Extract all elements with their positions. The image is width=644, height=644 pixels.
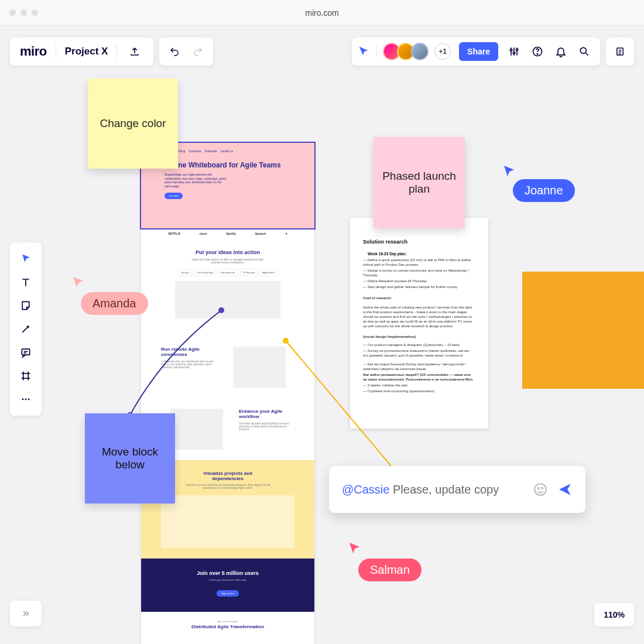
- image-placeholder: [175, 281, 280, 318]
- hand-image: [628, 285, 644, 361]
- doc-line: — Глубинки time-consuming (questionnaire…: [363, 389, 475, 393]
- comment-icon: [20, 347, 32, 358]
- doc-subheading: {visual design /implementation}: [363, 334, 475, 339]
- minimize-window-icon[interactable]: [20, 9, 27, 16]
- upload-icon: [129, 46, 140, 57]
- canvas[interactable]: miro Project X +1: [0, 26, 644, 644]
- export-button[interactable]: [126, 37, 143, 66]
- notifications-button[interactable]: [551, 37, 571, 66]
- chevron-double-right-icon: [20, 608, 31, 619]
- board-title[interactable]: Project X: [65, 46, 108, 57]
- svg-point-23: [25, 399, 27, 400]
- section-title: Distributed Agile Transformation: [161, 624, 294, 629]
- comment-text[interactable]: @Cassie Please, update copy: [342, 483, 533, 496]
- svg-point-35: [542, 488, 543, 489]
- image-placeholder: [161, 495, 294, 548]
- app-logo[interactable]: miro: [20, 44, 47, 59]
- divider: [56, 44, 56, 59]
- remote-cursor-label: Joanne: [513, 179, 575, 202]
- top-right-toolbar: +1 Share: [352, 37, 634, 66]
- doc-line: — Define a quick questionary (15 min) to…: [363, 258, 475, 267]
- divider: [376, 45, 377, 58]
- comment-input[interactable]: @Cassie Please, update copy: [329, 466, 585, 513]
- help-button[interactable]: [527, 37, 547, 66]
- doc-line: — Our product managers & designers (Ques…: [363, 342, 475, 347]
- website-artboard[interactable]: ProductPricingCustomersEnterpriseContact…: [141, 143, 314, 644]
- cta-title: Join over 5 million users: [161, 570, 294, 576]
- svg-point-22: [22, 399, 24, 400]
- redo-icon: [193, 46, 203, 57]
- section-footer-promo: Miro for Developers Distributed Agile Tr…: [141, 612, 314, 640]
- doc-subheading: Goal of research:: [363, 296, 475, 300]
- search-button[interactable]: [574, 37, 594, 66]
- svg-point-5: [516, 49, 518, 50]
- section-cta: Join over 5 million users Create your fr…: [141, 559, 314, 612]
- comment-tool[interactable]: [10, 341, 42, 364]
- settings-button[interactable]: [504, 37, 524, 66]
- research-document[interactable]: Solution research Week 19-23 Sep plan: —…: [350, 218, 488, 429]
- image-placeholder: [170, 409, 223, 450]
- hero-description: Supercharge your Agile practice with col…: [165, 173, 229, 188]
- shape-tool[interactable]: [10, 317, 42, 341]
- avatar-stack: [383, 43, 429, 60]
- section-ceremonies: Run remote Agile ceremonies Collaborate …: [141, 329, 314, 398]
- zoom-level[interactable]: 110%: [594, 603, 634, 626]
- svg-point-1: [510, 49, 512, 51]
- doc-line: — Design a survey to russian community a…: [363, 268, 475, 278]
- avatar[interactable]: [411, 43, 429, 60]
- search-icon: [578, 46, 590, 57]
- top-left-toolbar: miro Project X: [10, 37, 213, 66]
- image-card[interactable]: [522, 272, 644, 389]
- sticky-text: Change color: [100, 117, 166, 130]
- doc-line: — Как мы ищем большой Survey (инструмент…: [363, 362, 475, 371]
- sticky-note[interactable]: Phased launch plan: [374, 137, 465, 228]
- more-icon: [20, 393, 32, 405]
- notes-panel-button[interactable]: [606, 37, 634, 66]
- cursor-mode-icon[interactable]: [358, 45, 371, 58]
- maximize-window-icon[interactable]: [32, 9, 38, 16]
- text-icon: [20, 276, 32, 288]
- image-placeholder: [233, 347, 286, 388]
- browser-url: miro.com: [305, 8, 339, 18]
- cta-button: Sign up free: [217, 590, 239, 597]
- sticky-text: Phased launch plan: [382, 170, 457, 196]
- frame-tool[interactable]: [10, 364, 42, 388]
- svg-line-9: [586, 53, 588, 56]
- doc-line: Как найти релевантных людей? (UX communi…: [363, 372, 475, 382]
- section-title: Visualize projects and dependencies: [190, 471, 266, 481]
- undo-icon: [169, 46, 180, 57]
- text-tool[interactable]: [10, 270, 42, 294]
- doc-line: — Start design and gather relevant sampl…: [363, 285, 475, 289]
- sticky-note-icon: [20, 300, 32, 311]
- more-collaborators-badge[interactable]: +1: [434, 43, 451, 60]
- share-button[interactable]: Share: [459, 42, 498, 61]
- close-window-icon[interactable]: [9, 9, 16, 16]
- cta-sub: Create your free board in Miro today: [161, 578, 294, 581]
- sticky-tool[interactable]: [10, 294, 42, 317]
- remote-cursor-label: Salman: [358, 559, 422, 581]
- select-tool[interactable]: [10, 247, 42, 270]
- cursor-pointer-icon: [502, 164, 516, 178]
- emoji-button[interactable]: [533, 482, 548, 497]
- more-tools[interactable]: [10, 388, 42, 411]
- svg-point-3: [513, 52, 515, 54]
- expand-toolbar-button[interactable]: [10, 601, 42, 626]
- hero-title: Online Whiteboard for Agile Teams: [165, 161, 291, 169]
- svg-point-7: [537, 54, 537, 54]
- tabs-row: Kanban User Story Map Retrospective PI P…: [161, 269, 294, 276]
- undo-button[interactable]: [163, 37, 186, 66]
- doc-line: — Survey на русскоязычное комьюнити (как…: [363, 348, 475, 358]
- sticky-note[interactable]: Change color: [88, 78, 178, 169]
- doc-line: Define the whole path of creating new pr…: [363, 305, 475, 328]
- section-desc: Learn why Agile teams use Miro to manage…: [187, 258, 269, 264]
- collaborators-card: +1 Share: [352, 37, 600, 66]
- sticky-note[interactable]: Move block below: [85, 413, 175, 503]
- doc-line: — 2 weeks: validate the plan: [363, 383, 475, 388]
- notes-icon: [615, 46, 625, 57]
- send-button[interactable]: [557, 482, 573, 497]
- redo-button[interactable]: [186, 37, 210, 66]
- arrow-icon: [20, 323, 32, 335]
- cursor-pointer-icon: [348, 541, 362, 555]
- section-desc: Organize your item backlog and track tea…: [181, 484, 275, 489]
- divider: [117, 44, 117, 59]
